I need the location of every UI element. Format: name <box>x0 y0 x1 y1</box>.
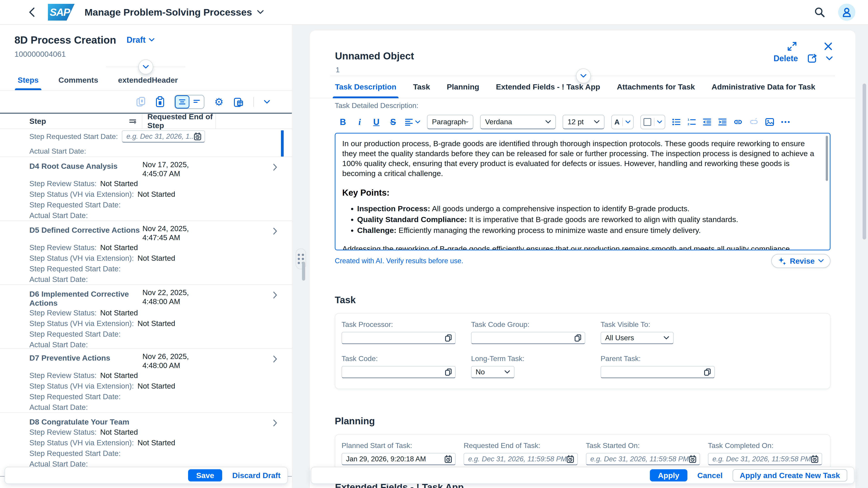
outdent-icon[interactable] <box>703 118 711 126</box>
chevron-right-icon[interactable] <box>273 227 277 235</box>
calendar-icon[interactable] <box>689 455 696 463</box>
insert-link-icon[interactable] <box>734 118 743 126</box>
close-icon[interactable] <box>821 39 835 54</box>
bullet-list-icon[interactable] <box>672 118 681 126</box>
tab-comments[interactable]: Comments <box>59 76 98 90</box>
compact-layout-button[interactable] <box>189 95 204 108</box>
task-visible-to-select[interactable]: All Users <box>600 332 674 344</box>
text-input[interactable] <box>605 368 704 376</box>
font-size-select[interactable]: 12 pt <box>563 115 604 129</box>
indent-icon[interactable] <box>718 118 727 126</box>
strikethrough-icon[interactable]: S <box>388 117 398 127</box>
toolbar-overflow-chevron-icon[interactable] <box>264 100 270 104</box>
apply-button[interactable]: Apply <box>650 469 687 482</box>
column-sort-icon[interactable] <box>129 118 136 125</box>
chevron-right-icon[interactable] <box>273 419 277 427</box>
revise-button[interactable]: Revise <box>771 254 831 268</box>
step-title-link[interactable]: D7 Preventive Actions <box>29 352 143 362</box>
column-requested-end[interactable]: Requested End of Step <box>147 112 215 130</box>
back-icon[interactable] <box>25 6 38 19</box>
value-help-icon[interactable] <box>575 334 582 342</box>
chevron-right-icon[interactable] <box>273 355 277 363</box>
draft-status-menu[interactable]: Draft <box>127 35 155 45</box>
text-input[interactable] <box>475 334 575 342</box>
app-title-menu[interactable]: Manage Problem-Solving Processes <box>85 7 264 18</box>
task-code-group-input[interactable] <box>471 332 585 344</box>
chevron-right-icon[interactable] <box>273 163 277 171</box>
step-title-link[interactable]: D5 Defined Corrective Actions <box>29 224 143 234</box>
paste-icon[interactable] <box>156 96 164 107</box>
task-code-input[interactable] <box>342 366 456 378</box>
tab-admin-data[interactable]: Administrative Data for Task <box>712 81 815 98</box>
detail-header-expand-button[interactable] <box>576 68 591 84</box>
share-icon[interactable] <box>807 54 817 64</box>
tab-extended-fields[interactable]: Extended Fields - ! Task App <box>496 81 600 98</box>
task-completed-on-input[interactable] <box>708 453 822 465</box>
detail-layout-button[interactable] <box>175 95 189 108</box>
enter-fullscreen-icon[interactable] <box>785 39 799 54</box>
cancel-button[interactable]: Cancel <box>698 471 723 480</box>
step-title-link[interactable]: D8 Congratulate Your Team <box>29 416 143 426</box>
insert-image-icon[interactable] <box>765 118 774 126</box>
text-input[interactable] <box>346 368 445 376</box>
tab-steps[interactable]: Steps <box>18 76 39 90</box>
italic-icon[interactable]: i <box>355 117 365 127</box>
parent-task-input[interactable] <box>600 366 715 378</box>
tab-attachments[interactable]: Attachments for Task <box>617 81 695 98</box>
calendar-icon[interactable] <box>444 455 452 463</box>
tab-planning[interactable]: Planning <box>447 81 479 98</box>
settings-gear-icon[interactable]: ⚙ <box>214 97 223 107</box>
font-color-split-button[interactable]: A <box>611 115 633 129</box>
rich-text-editor[interactable]: In our production process, B-grade goods… <box>335 133 831 250</box>
search-icon[interactable] <box>812 5 827 20</box>
delete-button[interactable]: Delete <box>774 54 798 63</box>
share-menu-chevron-icon[interactable] <box>826 56 833 61</box>
value-help-icon[interactable] <box>445 368 452 376</box>
toolbar-overflow-icon[interactable]: ••• <box>781 118 791 126</box>
export-table-icon[interactable] <box>234 96 243 107</box>
task-started-on-input[interactable] <box>586 453 700 465</box>
date-input[interactable] <box>346 455 444 463</box>
calendar-icon[interactable] <box>566 455 574 463</box>
bold-icon[interactable]: B <box>338 117 348 127</box>
paragraph-style-select[interactable]: Paragraph <box>427 115 473 129</box>
date-input[interactable] <box>468 455 566 463</box>
header-expand-button[interactable] <box>138 59 153 74</box>
remove-link-icon[interactable] <box>749 118 758 126</box>
tab-task[interactable]: Task <box>413 81 430 98</box>
date-input[interactable] <box>590 455 689 463</box>
step-title-link[interactable]: D4 Root Cause Analysis <box>29 160 143 170</box>
font-family-select[interactable]: Verdana <box>480 115 556 129</box>
task-processor-input[interactable] <box>342 332 456 344</box>
calendar-icon[interactable] <box>811 455 818 463</box>
chevron-right-icon[interactable] <box>273 291 277 299</box>
value-help-icon[interactable] <box>445 334 452 342</box>
requested-end-input[interactable] <box>464 453 578 465</box>
apply-and-create-new-task-button[interactable]: Apply and Create New Task <box>733 469 847 482</box>
value-help-icon[interactable] <box>704 368 711 376</box>
date-input[interactable] <box>126 132 194 140</box>
step-title-link[interactable]: D6 Implemented Corrective Actions <box>29 288 143 307</box>
underline-icon[interactable]: U <box>371 117 381 127</box>
text-input[interactable] <box>346 334 445 342</box>
tab-extended-header[interactable]: extendedHeader <box>118 76 178 90</box>
tab-task-description[interactable]: Task Description <box>335 81 396 98</box>
splitter-scrollbar-thumb[interactable] <box>302 262 305 281</box>
viewport-scrollbar-thumb[interactable] <box>863 84 866 239</box>
highlight-color-split-button[interactable] <box>640 115 665 129</box>
column-step[interactable]: Step <box>29 117 46 126</box>
table-row-d7[interactable]: D7 Preventive Actions Nov 26, 2025,4:48:… <box>0 349 292 413</box>
long-term-task-select[interactable]: No <box>471 366 515 378</box>
text-align-menu[interactable] <box>405 118 420 126</box>
editor-scrollbar-thumb[interactable] <box>826 136 828 181</box>
table-row-d6[interactable]: D6 Implemented Corrective Actions Nov 22… <box>0 285 292 349</box>
avatar[interactable] <box>838 4 855 21</box>
table-row-d4[interactable]: D4 Root Cause Analysis Nov 17, 2025,4:45… <box>0 157 292 221</box>
planned-start-input[interactable] <box>342 453 456 465</box>
table-row-partial-selected[interactable]: Step Requested Start Date: Actual Start … <box>0 130 292 157</box>
table-row-d5[interactable]: D5 Defined Corrective Actions Nov 24, 20… <box>0 221 292 285</box>
numbered-list-icon[interactable]: 12 <box>687 118 696 126</box>
discard-draft-button[interactable]: Discard Draft <box>232 471 281 480</box>
ai-disclaimer-link[interactable]: Created with AI. Verify results before u… <box>335 257 463 265</box>
save-button[interactable]: Save <box>188 469 222 482</box>
